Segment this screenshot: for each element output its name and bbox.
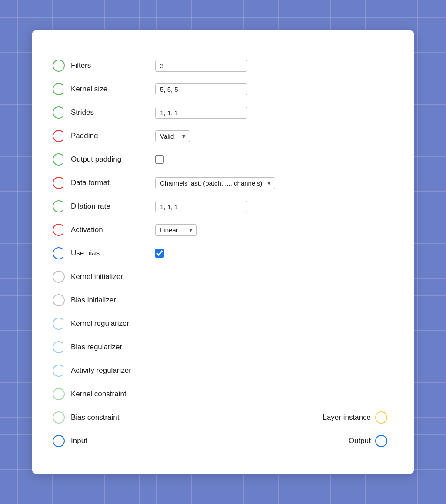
select-wrapper-padding: ValidSame▼ — [155, 130, 190, 142]
circle-bias_constraint — [53, 411, 65, 424]
right-label-input: Output — [349, 435, 393, 447]
select-wrapper-data_format: Channels last, (batch, ..., channels)Cha… — [155, 177, 275, 189]
input-kernel_size[interactable] — [155, 83, 247, 95]
right-label-text-bias_constraint: Layer instance — [323, 413, 371, 422]
circle-kernel_initializer — [53, 271, 65, 283]
checkbox-output_padding[interactable] — [155, 155, 164, 164]
circle-output_padding — [53, 153, 65, 166]
circle-use_bias — [53, 247, 65, 259]
param-row-use_bias: Use bias — [53, 245, 393, 261]
circle-input — [53, 435, 65, 447]
right-circle-bias_constraint — [375, 411, 387, 424]
label-activation: Activation — [71, 225, 149, 234]
label-activity_regularizer: Activity regularizer — [71, 366, 149, 375]
circle-dilation_rate — [53, 200, 65, 212]
label-kernel_initializer: Kernel initializer — [71, 272, 149, 281]
param-row-input: InputOutput — [53, 433, 393, 449]
select-activation[interactable]: LinearReLUSigmoidTanhSoftmax — [155, 224, 197, 236]
param-row-data_format: Data formatChannels last, (batch, ..., c… — [53, 175, 393, 191]
checkbox-use_bias[interactable] — [155, 249, 164, 258]
right-circle-input — [375, 435, 387, 447]
params-container: FiltersKernel sizeStridesPaddingValidSam… — [53, 58, 393, 449]
circle-filters — [53, 60, 65, 72]
label-use_bias: Use bias — [71, 249, 149, 258]
param-row-dilation_rate: Dilation rate — [53, 199, 393, 214]
param-row-filters: Filters — [53, 58, 393, 73]
select-wrapper-activation: LinearReLUSigmoidTanhSoftmax▼ — [155, 224, 197, 236]
param-row-kernel_size: Kernel size — [53, 81, 393, 97]
label-kernel_constraint: Kernel constraint — [71, 390, 149, 398]
label-bias_constraint: Bias constraint — [71, 413, 149, 422]
param-row-activity_regularizer: Activity regularizer — [53, 363, 393, 378]
circle-kernel_regularizer — [53, 318, 65, 330]
layer-card: FiltersKernel sizeStridesPaddingValidSam… — [32, 30, 414, 474]
right-label-text-input: Output — [349, 437, 371, 445]
input-strides[interactable] — [155, 107, 247, 119]
input-filters[interactable] — [155, 60, 247, 72]
circle-kernel_constraint — [53, 388, 65, 400]
label-dilation_rate: Dilation rate — [71, 202, 149, 211]
circle-strides — [53, 106, 65, 119]
checkbox-wrapper-use_bias — [155, 249, 164, 258]
label-bias_initializer: Bias initializer — [71, 296, 149, 305]
label-strides: Strides — [71, 108, 149, 117]
param-row-kernel_initializer: Kernel initializer — [53, 269, 393, 285]
param-row-output_padding: Output padding — [53, 152, 393, 167]
label-input: Input — [71, 437, 149, 445]
param-row-kernel_constraint: Kernel constraint — [53, 386, 393, 402]
circle-activation — [53, 224, 65, 236]
param-row-bias_initializer: Bias initializer — [53, 292, 393, 308]
label-kernel_regularizer: Kernel regularizer — [71, 319, 149, 328]
param-row-bias_constraint: Bias constraintLayer instance — [53, 410, 393, 425]
label-output_padding: Output padding — [71, 155, 149, 164]
label-kernel_size: Kernel size — [71, 85, 149, 93]
param-row-bias_regularizer: Bias regularizer — [53, 339, 393, 355]
circle-bias_regularizer — [53, 341, 65, 353]
label-filters: Filters — [71, 61, 149, 70]
circle-data_format — [53, 177, 65, 189]
input-dilation_rate[interactable] — [155, 201, 247, 212]
circle-bias_initializer — [53, 294, 65, 306]
label-padding: Padding — [71, 132, 149, 140]
label-bias_regularizer: Bias regularizer — [71, 343, 149, 351]
param-row-kernel_regularizer: Kernel regularizer — [53, 316, 393, 332]
right-label-bias_constraint: Layer instance — [323, 411, 393, 424]
circle-activity_regularizer — [53, 365, 65, 377]
select-data_format[interactable]: Channels last, (batch, ..., channels)Cha… — [155, 177, 275, 189]
select-padding[interactable]: ValidSame — [155, 130, 190, 142]
param-row-strides: Strides — [53, 105, 393, 120]
circle-kernel_size — [53, 83, 65, 95]
param-row-activation: ActivationLinearReLUSigmoidTanhSoftmax▼ — [53, 222, 393, 238]
param-row-padding: PaddingValidSame▼ — [53, 128, 393, 144]
checkbox-wrapper-output_padding — [155, 155, 164, 164]
label-data_format: Data format — [71, 179, 149, 187]
circle-padding — [53, 130, 65, 142]
